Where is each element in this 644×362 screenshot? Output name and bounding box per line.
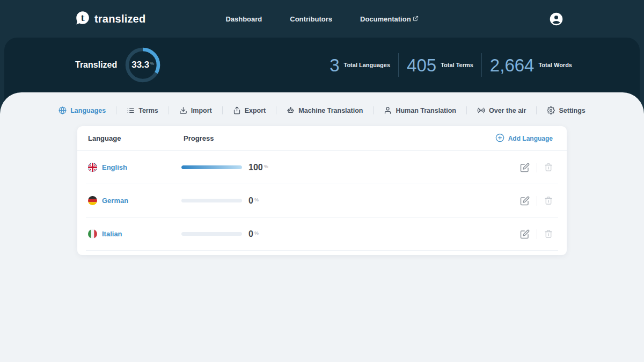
add-language-button[interactable]: Add Language: [495, 133, 553, 144]
tab-import[interactable]: Import: [179, 106, 212, 114]
import-download-icon: [179, 106, 187, 114]
tab-divider: [169, 106, 169, 114]
column-header-language: Language: [88, 134, 184, 142]
add-language-label: Add Language: [508, 135, 553, 142]
tab-languages[interactable]: Languages: [58, 106, 106, 114]
table-row: English 100 %: [86, 151, 558, 184]
stat-label: Total Words: [538, 62, 572, 68]
project-title: Translized: [75, 60, 117, 70]
content-sheet: Languages Terms Import Export Machine Tr…: [0, 92, 644, 362]
divider: [537, 196, 537, 206]
italy-flag-icon: [88, 229, 97, 238]
tab-divider: [276, 106, 276, 114]
divider: [537, 163, 537, 172]
nav-link-contributors[interactable]: Contributors: [290, 15, 332, 23]
export-upload-icon: [233, 106, 241, 114]
external-link-icon: [413, 15, 419, 23]
stat-divider: [398, 53, 399, 77]
tab-divider: [373, 106, 374, 114]
tab-divider: [116, 106, 116, 114]
stat-value: 3: [330, 56, 339, 74]
list-icon: [127, 106, 135, 114]
column-header-progress: Progress: [184, 134, 495, 142]
stat-item: 405 Total Terms: [407, 56, 473, 74]
edit-language-button[interactable]: [520, 163, 530, 172]
percent-symbol: %: [150, 61, 154, 66]
tab-over-the-air[interactable]: Over the air: [477, 106, 526, 114]
section-tabs: Languages Terms Import Export Machine Tr…: [0, 92, 644, 114]
translized-bubble-logo-icon: t: [75, 11, 90, 27]
globe-icon: [58, 106, 67, 114]
tab-human-translation[interactable]: Human Translation: [384, 106, 456, 114]
delete-language-button[interactable]: [544, 196, 553, 205]
table-header: Language Progress Add Language: [77, 126, 567, 151]
progress-bar: [181, 199, 242, 202]
progress-bar: [181, 232, 242, 236]
progress-percentage: 100 %: [248, 163, 268, 172]
stat-label: Total Terms: [441, 62, 473, 68]
tab-terms[interactable]: Terms: [127, 106, 158, 114]
language-rows: English 100 % German 0 %: [77, 151, 567, 251]
divider: [537, 229, 537, 239]
languages-card: Language Progress Add Language English 1…: [77, 126, 567, 255]
svg-text:t: t: [81, 13, 85, 23]
plus-circle-icon: [495, 133, 504, 144]
primary-nav: Dashboard Contributors Documentation: [225, 15, 418, 23]
stat-item: 3 Total Languages: [330, 56, 390, 74]
gear-icon: [547, 106, 555, 114]
progress-bar: [181, 165, 242, 169]
edit-language-button[interactable]: [520, 196, 530, 206]
person-icon: [384, 106, 392, 114]
language-link[interactable]: Italian: [102, 230, 122, 238]
edit-language-button[interactable]: [520, 229, 530, 239]
broadcast-icon: [477, 106, 485, 114]
germany-flag-icon: [88, 196, 97, 205]
tab-machine-translation[interactable]: Machine Translation: [287, 106, 363, 114]
stat-label: Total Languages: [343, 62, 390, 68]
nav-link-documentation[interactable]: Documentation: [360, 15, 419, 23]
tab-divider: [466, 106, 467, 114]
tab-settings[interactable]: Settings: [547, 106, 585, 114]
delete-language-button[interactable]: [544, 229, 553, 238]
stat-value: 2,664: [490, 56, 535, 74]
delete-language-button[interactable]: [544, 163, 553, 172]
tab-export[interactable]: Export: [233, 106, 266, 114]
overall-progress-ring: 33.3 %: [125, 47, 161, 83]
tab-divider: [222, 106, 223, 114]
brand-wordmark: translized: [94, 13, 145, 25]
language-link[interactable]: English: [102, 163, 127, 171]
progress-percentage: 33.3: [131, 60, 149, 69]
progress-percentage: 0 %: [248, 197, 259, 205]
nav-link-dashboard[interactable]: Dashboard: [225, 15, 262, 23]
uk-flag-icon: [88, 163, 97, 172]
progress-percentage: 0 %: [248, 230, 259, 238]
table-row: Italian 0 %: [86, 218, 558, 251]
top-navbar: t translized Dashboard Contributors Docu…: [0, 0, 644, 38]
stat-value: 405: [407, 56, 436, 74]
stat-divider: [481, 53, 482, 77]
brand-logo[interactable]: t translized: [75, 11, 145, 27]
tab-divider: [536, 106, 537, 114]
language-link[interactable]: German: [102, 197, 128, 205]
stat-item: 2,664 Total Words: [490, 56, 572, 74]
table-row: German 0 %: [86, 184, 558, 218]
robot-icon: [287, 106, 295, 114]
project-stats: 3 Total Languages 405 Total Terms 2,664 …: [330, 53, 572, 77]
user-avatar-icon[interactable]: [549, 12, 564, 26]
